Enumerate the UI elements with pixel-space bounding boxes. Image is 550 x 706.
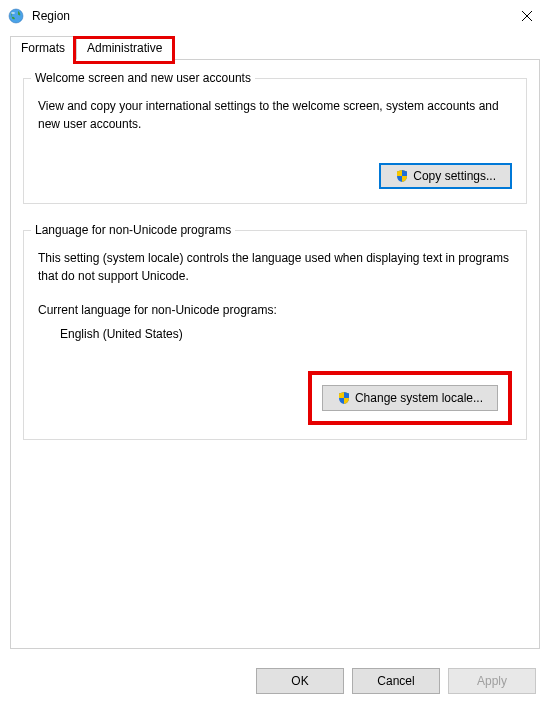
copy-settings-label: Copy settings... (413, 169, 496, 183)
tab-strip: Formats Administrative (10, 36, 540, 60)
nonunicode-description: This setting (system locale) controls th… (38, 249, 512, 285)
ok-button[interactable]: OK (256, 668, 344, 694)
change-system-locale-button[interactable]: Change system locale... (322, 385, 498, 411)
tab-formats[interactable]: Formats (10, 36, 76, 60)
cancel-button[interactable]: Cancel (352, 668, 440, 694)
close-button[interactable] (504, 0, 550, 32)
nonunicode-legend: Language for non-Unicode programs (31, 223, 235, 237)
welcome-legend: Welcome screen and new user accounts (31, 71, 255, 85)
welcome-description: View and copy your international setting… (38, 97, 512, 133)
content-area: Formats Administrative Welcome screen an… (0, 36, 550, 649)
shield-icon (395, 169, 409, 183)
titlebar: Region (0, 0, 550, 32)
current-language-label: Current language for non-Unicode program… (38, 303, 512, 317)
current-language-value: English (United States) (60, 327, 512, 341)
dialog-buttons: OK Cancel Apply (256, 668, 536, 694)
tab-panel-administrative: Welcome screen and new user accounts Vie… (10, 59, 540, 649)
tab-administrative[interactable]: Administrative (76, 36, 173, 60)
highlight-change-locale: Change system locale... (308, 371, 512, 425)
window-title: Region (32, 9, 70, 23)
globe-icon (8, 8, 24, 24)
change-system-locale-label: Change system locale... (355, 391, 483, 405)
nonunicode-groupbox: Language for non-Unicode programs This s… (23, 230, 527, 440)
welcome-groupbox: Welcome screen and new user accounts Vie… (23, 78, 527, 204)
copy-settings-button[interactable]: Copy settings... (379, 163, 512, 189)
shield-icon (337, 391, 351, 405)
svg-point-0 (9, 9, 23, 23)
svg-point-1 (11, 12, 15, 14)
region-dialog: Region Formats Administrative Welcome sc… (0, 0, 550, 706)
apply-button[interactable]: Apply (448, 668, 536, 694)
